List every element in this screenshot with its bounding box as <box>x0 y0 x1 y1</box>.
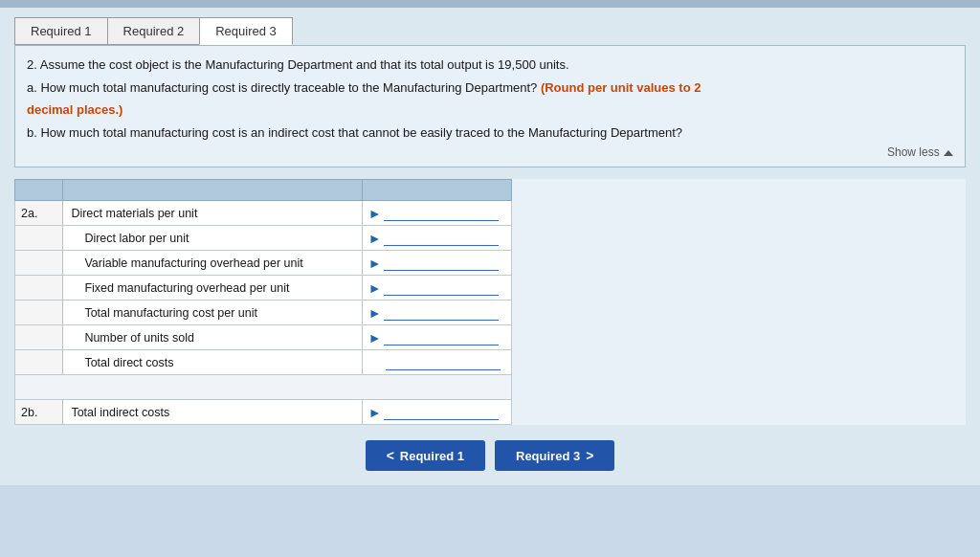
arrow-icon: ► <box>368 206 382 221</box>
input-cell-fixed-overhead: ► <box>362 276 511 301</box>
show-less-label: Show less <box>887 145 940 159</box>
row-label-blank6 <box>15 350 63 375</box>
tab-required-3-label: Required 3 <box>215 24 277 38</box>
table-row: Total manufacturing cost per unit ► <box>15 301 512 325</box>
input-variable-overhead[interactable] <box>384 255 499 271</box>
table-row: Total direct costs <box>15 350 512 375</box>
data-table: 2a. Direct materials per unit ► Direct l… <box>14 179 512 425</box>
input-cell-variable-overhead: ► <box>362 251 511 276</box>
spacer-cell <box>15 375 512 400</box>
row-desc-direct-materials: Direct materials per unit <box>63 201 362 226</box>
input-cell-total-mfg-cost: ► <box>362 301 511 325</box>
input-direct-labor[interactable] <box>384 230 499 246</box>
input-units-sold[interactable] <box>384 329 499 345</box>
row-desc-fixed-overhead: Fixed manufacturing overhead per unit <box>63 276 362 301</box>
tabs-row: Required 1 Required 2 Required 3 <box>14 17 966 45</box>
question-line2a: a. How much total manufacturing cost is … <box>27 78 953 98</box>
prev-button-label: Required 1 <box>400 449 464 463</box>
content-box: 2. Assume the cost object is the Manufac… <box>14 45 966 167</box>
row-desc-variable-overhead: Variable manufacturing overhead per unit <box>63 251 362 276</box>
show-less-button[interactable]: Show less <box>27 145 953 159</box>
row-desc-direct-labor: Direct labor per unit <box>63 226 362 251</box>
tab-required-2-label: Required 2 <box>123 24 185 38</box>
row-label-blank5 <box>15 325 63 350</box>
input-total-mfg-cost[interactable] <box>384 304 499 321</box>
spacer-row <box>15 375 512 400</box>
row-desc-total-mfg-cost: Total manufacturing cost per unit <box>63 301 362 325</box>
table-row: 2a. Direct materials per unit ► <box>15 201 512 226</box>
row-desc-total-direct-costs: Total direct costs <box>63 350 362 375</box>
table-row: Fixed manufacturing overhead per unit ► <box>15 276 512 301</box>
row-desc-total-indirect: Total indirect costs <box>63 400 362 425</box>
row-label-blank2 <box>15 251 63 276</box>
arrow-icon: ► <box>368 280 382 296</box>
input-cell-total-direct-costs <box>362 350 511 375</box>
input-cell-units-sold: ► <box>362 325 511 350</box>
arrow-icon: ► <box>368 305 382 321</box>
question-line2b: b. How much total manufacturing cost is … <box>27 123 953 143</box>
top-bar <box>0 0 980 8</box>
next-button-label: Required 3 <box>516 449 580 463</box>
next-button[interactable]: Required 3 > <box>495 440 614 471</box>
input-cell-total-indirect: ► <box>362 400 511 425</box>
arrow-icon: ► <box>368 330 382 345</box>
show-less-arrow-icon <box>944 150 953 156</box>
next-chevron-icon: > <box>586 448 593 463</box>
table-header-row <box>15 180 512 201</box>
tab-required-3[interactable]: Required 3 <box>199 17 293 45</box>
table-row: Direct labor per unit ► <box>15 226 512 251</box>
input-cell-direct-materials: ► <box>362 201 511 226</box>
input-total-indirect[interactable] <box>384 404 499 420</box>
header-col3 <box>362 180 511 201</box>
table-row: Number of units sold ► <box>15 325 512 350</box>
input-total-direct-costs[interactable] <box>386 354 501 370</box>
table-row: Variable manufacturing overhead per unit… <box>15 251 512 276</box>
arrow-icon: ► <box>368 256 382 271</box>
row-label-2b: 2b. <box>15 400 63 425</box>
header-col2 <box>63 180 362 201</box>
arrow-icon: ► <box>368 231 382 246</box>
tab-required-1-label: Required 1 <box>31 24 92 38</box>
row-desc-units-sold: Number of units sold <box>63 325 362 350</box>
row-label-blank3 <box>15 276 63 301</box>
question-line2a-orange2: decimal places.) <box>27 100 953 120</box>
table-row-2b: 2b. Total indirect costs ► <box>15 400 512 425</box>
tab-required-1[interactable]: Required 1 <box>14 17 107 45</box>
buttons-row: < Required 1 Required 3 > <box>14 440 966 471</box>
arrow-icon: ► <box>368 405 382 420</box>
question-line1: 2. Assume the cost object is the Manufac… <box>27 56 953 75</box>
header-col1 <box>15 180 63 201</box>
input-fixed-overhead[interactable] <box>384 279 499 296</box>
tab-required-2[interactable]: Required 2 <box>107 17 200 45</box>
table-section: 2a. Direct materials per unit ► Direct l… <box>14 179 966 425</box>
main-container: Required 1 Required 2 Required 3 2. Assu… <box>0 8 980 485</box>
prev-chevron-icon: < <box>387 448 394 463</box>
input-cell-direct-labor: ► <box>362 226 511 251</box>
row-label-2a: 2a. <box>15 201 63 226</box>
row-label-blank1 <box>15 226 63 251</box>
input-direct-materials[interactable] <box>384 205 499 221</box>
prev-button[interactable]: < Required 1 <box>366 440 485 471</box>
row-label-blank4 <box>15 301 63 325</box>
